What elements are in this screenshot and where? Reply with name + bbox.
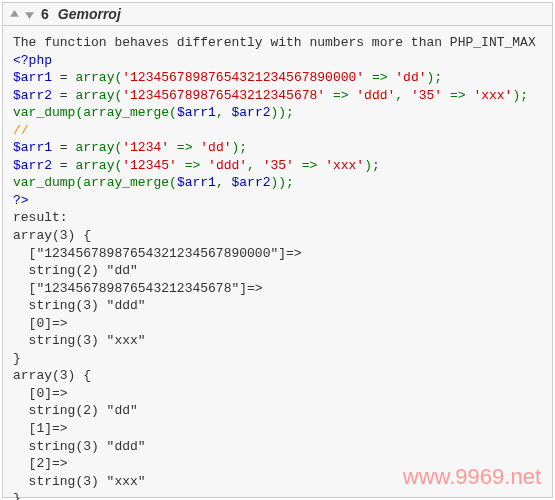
code-fn: array — [75, 140, 114, 155]
code-var: $arr2 — [13, 88, 52, 103]
code-str: 'dd' — [395, 70, 426, 85]
code-str: '12345' — [122, 158, 177, 173]
code-comment: // — [13, 123, 29, 138]
php-close-tag: ?> — [13, 193, 29, 208]
code-var: $arr1 — [177, 175, 216, 190]
code-paren: ( — [169, 175, 177, 190]
result-line: string(3) "xxx" — [13, 333, 146, 348]
result-line: ["12345678987654321234567890000"]=> — [13, 246, 302, 261]
code-fn: array — [75, 70, 114, 85]
code-paren: ( — [169, 105, 177, 120]
code-op: = — [52, 158, 75, 173]
code-fn: var_dump — [13, 175, 75, 190]
code-str: '35' — [411, 88, 442, 103]
upvote-icon[interactable] — [8, 8, 20, 20]
code-fn: array — [75, 158, 114, 173]
code-str: 'ddd' — [356, 88, 395, 103]
description-text: The function behaves differently with nu… — [13, 35, 536, 50]
code-paren: )); — [271, 175, 294, 190]
code-var: $arr1 — [13, 70, 52, 85]
code-paren: )); — [271, 105, 294, 120]
code-comma: , — [247, 158, 263, 173]
code-arrow: => — [442, 88, 473, 103]
code-str: '35' — [263, 158, 294, 173]
result-line: [2]=> — [13, 456, 68, 471]
code-op: = — [52, 70, 75, 85]
result-line: [1]=> — [13, 421, 68, 436]
result-line: array(3) { — [13, 368, 91, 383]
comment-body: The function behaves differently with nu… — [3, 26, 552, 500]
result-line: string(2) "dd" — [13, 263, 138, 278]
code-paren: ); — [364, 158, 380, 173]
code-var: $arr2 — [232, 105, 271, 120]
code-arrow: => — [325, 88, 356, 103]
result-line: } — [13, 351, 21, 366]
result-line: } — [13, 491, 21, 500]
result-line: ["123456789876543212345678"]=> — [13, 281, 263, 296]
result-line: string(2) "dd" — [13, 403, 138, 418]
code-str: 'xxx' — [325, 158, 364, 173]
code-str: '12345678987654321234567890000' — [122, 70, 364, 85]
code-var: $arr2 — [232, 175, 271, 190]
code-op: = — [52, 140, 75, 155]
code-comma: , — [216, 105, 232, 120]
code-arrow: => — [169, 140, 200, 155]
php-open-tag: <?php — [13, 53, 52, 68]
code-str: 'xxx' — [473, 88, 512, 103]
code-comma: , — [395, 88, 411, 103]
code-fn: array_merge — [83, 105, 169, 120]
code-fn: var_dump — [13, 105, 75, 120]
result-label: result: — [13, 210, 68, 225]
code-arrow: => — [294, 158, 325, 173]
result-line: [0]=> — [13, 316, 68, 331]
code-str: 'dd' — [200, 140, 231, 155]
result-line: array(3) { — [13, 228, 91, 243]
code-comma: , — [216, 175, 232, 190]
code-var: $arr2 — [13, 158, 52, 173]
code-op: = — [52, 88, 75, 103]
code-fn: array — [75, 88, 114, 103]
code-str: '123456789876543212345678' — [122, 88, 325, 103]
result-line: string(3) "ddd" — [13, 439, 146, 454]
code-arrow: => — [364, 70, 395, 85]
result-line: string(3) "ddd" — [13, 298, 146, 313]
downvote-icon[interactable] — [23, 8, 35, 20]
result-line: string(3) "xxx" — [13, 474, 146, 489]
code-var: $arr1 — [13, 140, 52, 155]
code-str: '1234' — [122, 140, 169, 155]
code-arrow: => — [177, 158, 208, 173]
code-var: $arr1 — [177, 105, 216, 120]
result-line: [0]=> — [13, 386, 68, 401]
vote-count: 6 — [41, 6, 49, 22]
author-name: Gemorroj — [58, 6, 121, 22]
code-fn: array_merge — [83, 175, 169, 190]
code-str: 'ddd' — [208, 158, 247, 173]
code-paren: ); — [427, 70, 443, 85]
code-paren: ); — [232, 140, 248, 155]
comment-header: 6 Gemorroj — [3, 3, 552, 26]
code-paren: ); — [512, 88, 528, 103]
